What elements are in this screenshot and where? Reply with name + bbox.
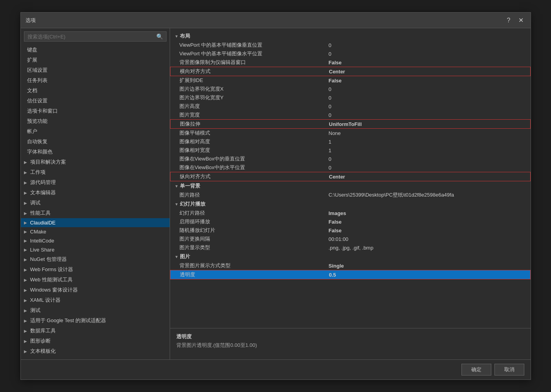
prop-img-height[interactable]: 图片高度 0: [170, 102, 531, 111]
sidebar-item-webperf[interactable]: ▶Web 性能测试工具: [21, 275, 170, 285]
prop-img-width[interactable]: 图片宽度 0: [170, 111, 531, 119]
sidebar-item-autorecover[interactable]: 自动恢复: [21, 137, 170, 147]
sidebar-item-extensions[interactable]: 扩展: [21, 55, 170, 65]
prop-img-path[interactable]: 图片路径 C:\Users\25399\Desktop\PC壁纸\t01d2f8…: [170, 191, 531, 199]
prop-value: C:\Users\25399\Desktop\PC壁纸\t01d2f8e2598…: [329, 191, 526, 199]
sidebar-item-sourcecontrol[interactable]: ▶源代码管理: [21, 177, 170, 188]
prop-rel-width[interactable]: 图像相对宽度 1: [170, 146, 531, 155]
prop-name: 图像拉伸: [180, 120, 329, 128]
prop-feather-x[interactable]: 图片边界羽化宽度X 0: [170, 85, 531, 93]
prop-name: 图片更换间隔: [179, 235, 329, 242]
prop-horizontal-align[interactable]: 横向对齐方式 Center: [170, 67, 531, 76]
sidebar-item-webforms[interactable]: ▶Web Forms 设计器: [21, 264, 170, 275]
prop-value: False: [329, 228, 526, 233]
prop-value: False: [329, 60, 526, 66]
sidebar-item-winforms[interactable]: ▶Windows 窗体设计器: [21, 285, 170, 295]
prop-slide-path[interactable]: 幻灯片路径 Images: [170, 209, 531, 217]
sidebar-item-graphics[interactable]: ▶图形诊断: [21, 336, 170, 346]
prop-name: 幻灯片路径: [179, 210, 329, 217]
expand-icon: ▶: [24, 201, 29, 205]
sidebar-item-liveshare[interactable]: ▶Live Share: [21, 245, 170, 254]
section-toggle-slideshow[interactable]: ▼: [175, 202, 179, 206]
confirm-button[interactable]: 确定: [461, 364, 491, 376]
prop-value: Center: [329, 174, 525, 180]
prop-value: 0: [329, 165, 526, 171]
prop-feather-y[interactable]: 图片边界羽化宽度Y 0: [170, 93, 531, 102]
prop-name: 启用循环播放: [179, 218, 329, 225]
prop-vertical-align[interactable]: 纵向对齐方式 Center: [170, 172, 531, 181]
prop-img-stretch[interactable]: 图像拉伸 UniformToFill: [170, 119, 531, 129]
options-dialog: 选项 ? ✕ 🔍 键盘 扩展 区域设置 任务列表 文档 信任设置 选项卡和窗口 …: [20, 12, 531, 380]
section-toggle-image[interactable]: ▼: [175, 255, 179, 259]
sidebar-item-intellicode[interactable]: ▶IntelliCode: [21, 236, 170, 245]
title-bar: 选项 ? ✕: [21, 13, 531, 28]
prop-shuffle[interactable]: 随机播放幻灯片 False: [170, 226, 531, 235]
sidebar-item-debug[interactable]: ▶调试: [21, 198, 170, 208]
sidebar-item-docs[interactable]: 文档: [21, 86, 170, 96]
prop-value: 0: [329, 112, 526, 118]
expand-icon: ▶: [24, 170, 29, 175]
prop-value: False: [329, 219, 526, 225]
prop-value: Single: [329, 263, 526, 269]
prop-name: 透明度: [180, 271, 329, 278]
sidebar-item-preview[interactable]: 预览功能: [21, 116, 170, 126]
prop-rel-height[interactable]: 图像相对高度 1: [170, 137, 531, 146]
sidebar-item-account[interactable]: 帐户: [21, 126, 170, 137]
prop-viewbox-vertical[interactable]: 图像在ViewBox中的垂直位置 0: [170, 155, 531, 163]
prop-value: 0: [329, 95, 526, 101]
sidebar-item-perftools[interactable]: ▶性能工具: [21, 208, 170, 218]
prop-name: 横向对齐方式: [180, 68, 329, 75]
section-toggle-single-bg[interactable]: ▼: [175, 184, 179, 188]
sidebar-item-trust[interactable]: 信任设置: [21, 96, 170, 106]
sidebar-item-googletest[interactable]: ▶适用于 Google Test 的测试适配器: [21, 315, 170, 326]
prop-opacity[interactable]: 透明度 0.5: [170, 270, 531, 279]
prop-name: 纵向对齐方式: [180, 173, 329, 180]
section-toggle-layout[interactable]: ▼: [175, 34, 179, 38]
sidebar-item-dbtools[interactable]: ▶数据库工具: [21, 326, 170, 336]
sidebar-item-xaml[interactable]: ▶XAML 设计器: [21, 295, 170, 305]
prop-value: 0: [329, 86, 526, 92]
close-button[interactable]: ✕: [516, 16, 526, 25]
prop-name: 图像在ViewBox中的水平位置: [179, 164, 329, 171]
expand-icon: ▶: [24, 160, 29, 164]
prop-value: .png, .jpg, .gif, .bmp: [329, 245, 526, 251]
prop-name: 图片显示类型: [179, 244, 329, 251]
prop-interval[interactable]: 图片更换间隔 00:01:00: [170, 235, 531, 243]
prop-img-types[interactable]: 图片显示类型 .png, .jpg, .gif, .bmp: [170, 243, 531, 252]
expand-icon: ▶: [24, 329, 29, 333]
prop-display-type[interactable]: 背景图片展示方式类型 Single: [170, 261, 531, 270]
cancel-button[interactable]: 取消: [494, 364, 524, 376]
search-input[interactable]: [27, 34, 156, 40]
prop-bg-limit[interactable]: 背景图像限制为仅编辑器窗口 False: [170, 58, 531, 67]
expand-icon: ▶: [24, 308, 29, 313]
prop-viewport-horizontal[interactable]: ViewPort 中的基本平铺图像水平位置 0: [170, 49, 531, 58]
sidebar-item-tabs[interactable]: 选项卡和窗口: [21, 106, 170, 116]
prop-name: 背景图片展示方式类型: [179, 262, 329, 269]
sidebar-item-workitems[interactable]: ▶工作项: [21, 167, 170, 177]
sidebar-item-cmake[interactable]: ▶CMake: [21, 227, 170, 236]
expand-icon: ▶: [24, 221, 29, 225]
sidebar-item-locale[interactable]: 区域设置: [21, 65, 170, 75]
prop-value: 0: [329, 42, 526, 48]
sidebar-item-texttemplate[interactable]: ▶文本模板化: [21, 346, 170, 356]
sidebar-item-projects[interactable]: ▶项目和解决方案: [21, 157, 170, 167]
sidebar-item-test[interactable]: ▶测试: [21, 305, 170, 315]
prop-value: 0.5: [329, 272, 525, 278]
sidebar-item-texteditor[interactable]: ▶文本编辑器: [21, 188, 170, 198]
prop-value: 1: [329, 148, 526, 153]
prop-name: 图像平铺模式: [179, 129, 329, 137]
sidebar-item-claudiaIDE[interactable]: ▶ClaudialDE: [21, 218, 170, 227]
sidebar-item-font[interactable]: 字体和颜色: [21, 147, 170, 157]
prop-viewport-vertical[interactable]: ViewPort 中的基本平铺图像垂直位置 0: [170, 41, 531, 49]
prop-value: 1: [329, 139, 526, 145]
prop-loop[interactable]: 启用循环播放 False: [170, 217, 531, 226]
sidebar-item-nuget[interactable]: ▶NuGet 包管理器: [21, 254, 170, 264]
prop-viewbox-horizontal[interactable]: 图像在ViewBox中的水平位置 0: [170, 163, 531, 172]
expand-icon: ▶: [24, 268, 29, 272]
prop-extend-ide[interactable]: 扩展到IDE False: [170, 76, 531, 85]
section-name-image: 图片: [180, 253, 190, 260]
help-button[interactable]: ?: [505, 16, 513, 25]
sidebar-item-tasklist[interactable]: 任务列表: [21, 75, 170, 86]
sidebar-item-keyboard[interactable]: 键盘: [21, 45, 170, 55]
prop-tile-mode[interactable]: 图像平铺模式 None: [170, 129, 531, 137]
